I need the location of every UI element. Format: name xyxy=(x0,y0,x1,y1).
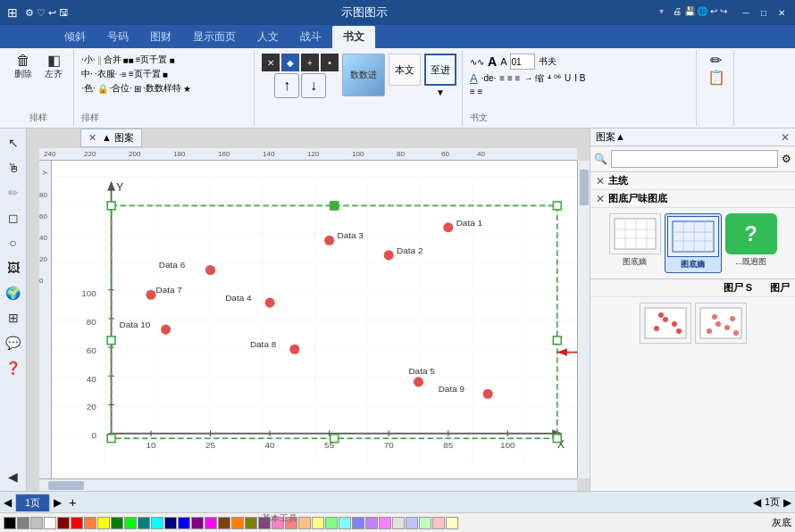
color-swatch[interactable] xyxy=(245,517,257,529)
color-swatch[interactable] xyxy=(57,517,70,529)
color-swatch[interactable] xyxy=(111,517,123,529)
cursor-tool[interactable]: 🖱 xyxy=(3,157,24,179)
scroll-thumb-v[interactable] xyxy=(580,170,589,205)
color-swatch[interactable] xyxy=(17,517,29,529)
delete-button[interactable]: 🗑 删除 xyxy=(9,52,38,82)
chat-tool[interactable]: 💬 xyxy=(3,332,24,353)
color-swatch[interactable] xyxy=(164,517,177,529)
page-tabs-left: ◀ 1页 ▶ + xyxy=(4,494,76,511)
tool-group-3: 本文 xyxy=(389,54,421,86)
plus-btn[interactable]: + xyxy=(301,54,319,71)
image-tool[interactable]: 🖼 xyxy=(3,257,24,278)
color-swatch[interactable] xyxy=(218,517,230,529)
color-swatch[interactable] xyxy=(339,517,351,529)
search-gear-icon[interactable]: ⚙ xyxy=(782,153,791,165)
diamond-btn[interactable]: ◆ xyxy=(281,54,299,71)
shape-item-scatter1[interactable] xyxy=(640,303,691,345)
color-swatch[interactable] xyxy=(71,517,83,529)
goto-tool[interactable]: 至进 xyxy=(424,54,456,86)
tab-xianshimianye[interactable]: 显示面页 xyxy=(182,26,247,48)
globe-tool[interactable]: 🌍 xyxy=(3,282,24,303)
page-end-btn[interactable]: ◀ xyxy=(753,496,761,509)
page-add-btn[interactable]: + xyxy=(69,495,76,510)
tab-qingxie[interactable]: 倾斜 xyxy=(54,26,96,48)
color-swatch[interactable] xyxy=(124,517,137,529)
color-swatch[interactable] xyxy=(4,517,16,529)
shape-search-input[interactable] xyxy=(611,150,778,168)
rect-tool[interactable]: ◻ xyxy=(3,207,24,229)
maximize-button[interactable]: □ xyxy=(757,6,770,19)
shape-item-scatter2[interactable] xyxy=(695,303,747,345)
color-swatch[interactable] xyxy=(97,517,110,529)
cross-btn[interactable]: ✕ xyxy=(262,54,280,71)
tab-renwen[interactable]: 人文 xyxy=(247,26,289,48)
copy-icon[interactable]: 📋 xyxy=(707,69,725,86)
font-style-icons: I B xyxy=(574,73,585,83)
color-swatch[interactable] xyxy=(44,517,56,529)
color-swatch[interactable] xyxy=(84,517,96,529)
color-swatch[interactable] xyxy=(419,517,431,529)
align-left-button[interactable]: ◧ 左齐 xyxy=(39,52,68,82)
insert-toolbar-close[interactable]: ✕ xyxy=(88,132,96,144)
goto-down[interactable]: ▼ xyxy=(436,87,445,97)
svg-text:80: 80 xyxy=(87,317,97,327)
pencil-tool[interactable]: ✏ xyxy=(3,182,24,204)
color-swatch[interactable] xyxy=(325,517,338,529)
color-swatch[interactable] xyxy=(365,517,378,529)
page-tab-1[interactable]: 1页 xyxy=(15,494,50,511)
page-next-btn[interactable]: ▶ xyxy=(54,496,62,509)
color-swatch[interactable] xyxy=(298,517,311,529)
color-swatch[interactable] xyxy=(205,517,217,529)
scroll-horizontal[interactable] xyxy=(39,478,577,491)
edit-icon[interactable]: ✏ xyxy=(710,52,722,69)
title-bar: ⊞ ⚙ ♡ ↩ 🖫 示图图示 ▾ 🖨 💾 🌐 ↩ ↪ ─ □ ✕ xyxy=(0,0,795,25)
color-swatch[interactable] xyxy=(432,517,445,529)
up-arrow-btn[interactable]: ↑ xyxy=(274,73,299,98)
down-arrow-btn[interactable]: ↓ xyxy=(301,73,326,98)
color-swatch[interactable] xyxy=(151,517,163,529)
scroll-thumb-h[interactable] xyxy=(48,481,84,490)
svg-text:100: 100 xyxy=(500,440,515,450)
color-swatch[interactable] xyxy=(406,517,418,529)
dot-btn[interactable]: • xyxy=(321,54,339,71)
section2-close-btn[interactable]: ✕ xyxy=(596,193,605,205)
section-close-btn[interactable]: ✕ xyxy=(596,175,605,187)
tab-zhandou[interactable]: 战斗 xyxy=(289,26,332,48)
collapse-tool[interactable]: ◀ xyxy=(3,466,24,487)
toolbar: 🗑 删除 ◧ 左齐 排样 ∙小∙ ‖ 合并 ■■ ≡页千置 ■ 中∙ ∙衣服∙ xyxy=(0,48,795,129)
minimize-button[interactable]: ─ xyxy=(740,6,752,19)
merge-icon: 合并 xyxy=(104,54,121,66)
shape-item-question[interactable]: ? ...既迥图 xyxy=(725,213,777,273)
close-button[interactable]: ✕ xyxy=(775,6,788,19)
color-swatch[interactable] xyxy=(138,517,150,529)
oval-tool[interactable]: ○ xyxy=(3,232,24,254)
color-swatch[interactable] xyxy=(178,517,190,529)
center-icon: 中∙ xyxy=(81,68,93,80)
select-tool[interactable]: ↖ xyxy=(3,132,24,154)
tab-haoma[interactable]: 号码 xyxy=(96,26,139,48)
scroll-vertical[interactable] xyxy=(577,161,590,478)
tab-shuwen[interactable]: 书文 xyxy=(332,26,375,48)
group2-label: 排样 xyxy=(81,112,248,124)
color-swatch[interactable] xyxy=(312,517,324,529)
page-forward-btn[interactable]: ▶ xyxy=(783,496,791,509)
right-panel-close[interactable]: ✕ xyxy=(781,131,790,144)
color-swatch[interactable] xyxy=(191,517,204,529)
font-size-input[interactable] xyxy=(510,54,535,70)
table-tool[interactable]: ⊞ xyxy=(3,307,24,328)
shape-preview-scatter2 xyxy=(695,303,747,344)
shape-item-grid2-active[interactable]: 图底嫡 xyxy=(665,213,722,273)
text-tool[interactable]: 本文 xyxy=(389,54,421,86)
numbers-tool[interactable]: 数数进 xyxy=(342,54,385,96)
color-swatch[interactable] xyxy=(379,517,391,529)
font-name: 书夫 xyxy=(539,55,556,68)
color-swatch[interactable] xyxy=(352,517,364,529)
tab-tucai[interactable]: 图财 xyxy=(139,26,182,48)
color-swatch[interactable] xyxy=(231,517,244,529)
color-swatch[interactable] xyxy=(392,517,405,529)
color-swatch[interactable] xyxy=(446,517,458,529)
help-tool[interactable]: ❓ xyxy=(3,357,24,378)
shape-item-grid1[interactable]: 图底嫡 xyxy=(609,213,661,273)
page-prev-btn[interactable]: ◀ xyxy=(4,496,12,509)
color-swatch[interactable] xyxy=(30,517,43,529)
